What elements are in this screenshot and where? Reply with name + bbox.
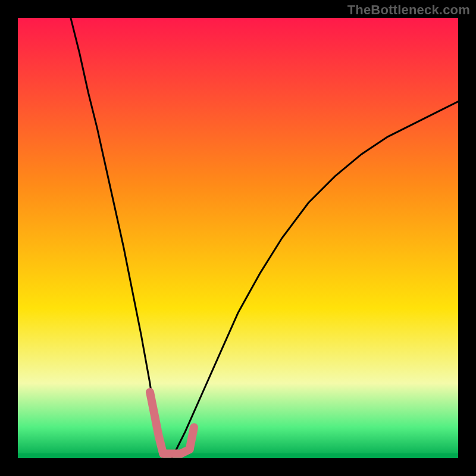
plot-base-strip: [18, 453, 458, 458]
chart-svg: [0, 0, 476, 476]
chart-stage: TheBottleneck.com: [0, 0, 476, 476]
highlight-right: [190, 427, 194, 449]
plot-background: [18, 18, 458, 458]
